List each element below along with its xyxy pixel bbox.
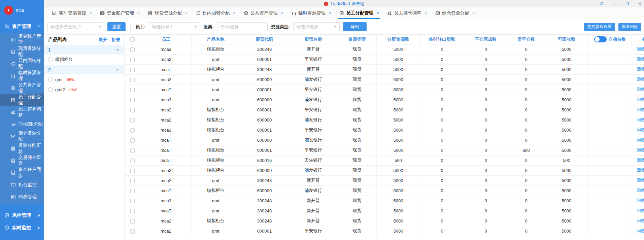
- batch-recycle-button[interactable]: 批量回收: [618, 23, 641, 31]
- tab-close-icon[interactable]: ×: [281, 10, 283, 16]
- row-checkbox[interactable]: [130, 179, 135, 183]
- row-checkbox[interactable]: [130, 229, 135, 234]
- tab-close-icon[interactable]: ×: [89, 10, 92, 16]
- auto-convert-toggle[interactable]: [594, 36, 607, 42]
- sidebar-section-risk-control-mgmt[interactable]: 风控管理: [0, 209, 44, 221]
- recycle-link[interactable]: 回收: [637, 137, 644, 142]
- tab-public-asset-mgmt[interactable]: 公共资产管理 ×: [240, 7, 287, 19]
- tab-warehouse-resource-alloc[interactable]: 倒仓资源分配 ×: [432, 7, 478, 19]
- sidebar-item-fund-account-sync[interactable]: 资金账户同步: [0, 167, 44, 179]
- recycle-link[interactable]: 回收: [637, 97, 644, 102]
- row-checkbox[interactable]: [130, 118, 135, 123]
- recycle-link[interactable]: 回收: [637, 87, 644, 92]
- recycle-link[interactable]: 回收: [637, 127, 644, 132]
- trade-params-button[interactable]: 交易参数设置: [584, 23, 615, 31]
- tab-realtime-trade-monitor[interactable]: 实时交易监控 ×: [49, 7, 95, 19]
- sidebar-item-trade-commission-settings[interactable]: 交易佣金设置: [0, 155, 44, 167]
- recycle-link[interactable]: 回收: [637, 147, 644, 152]
- fund-account-select[interactable]: 请选择资金账户: [47, 22, 104, 31]
- tab-close-icon[interactable]: ×: [472, 10, 475, 16]
- product-group-header[interactable]: 2: [44, 65, 124, 74]
- tab-close-icon[interactable]: ×: [137, 10, 140, 16]
- sidebar-item-employee-alloc-mgmt[interactable]: 员工分配管理: [0, 94, 44, 106]
- sidebar-item-intraday-rotation-alloc[interactable]: 日内回转分配: [0, 58, 44, 70]
- minimize-icon[interactable]: —: [612, 1, 617, 6]
- product-radio-item[interactable]: 模拟柜台: [44, 55, 124, 65]
- select-all-checkbox[interactable]: [130, 37, 135, 42]
- recycle-link[interactable]: 回收: [637, 228, 644, 233]
- recycle-link[interactable]: 回收: [637, 67, 644, 72]
- row-checkbox[interactable]: [130, 88, 135, 92]
- employee-select[interactable]: 请选择员工: [149, 22, 200, 31]
- row-checkbox[interactable]: [130, 169, 135, 173]
- sidebar-item-resource-alloc-summary[interactable]: 资源分配汇总: [0, 142, 44, 155]
- tab-spot-resource-alloc[interactable]: 现货资源分配 ×: [144, 7, 191, 19]
- sidebar-item-fund-account-mgmt[interactable]: 资金账户管理: [0, 33, 44, 45]
- row-checkbox[interactable]: [130, 98, 135, 102]
- tab-close-icon[interactable]: ×: [185, 10, 188, 16]
- tab-close-icon[interactable]: ×: [424, 10, 427, 16]
- sidebar-section-realtime-monitor[interactable]: 实时监控: [0, 221, 44, 234]
- collapse-all-link[interactable]: 折叠: [111, 37, 120, 43]
- close-icon[interactable]: ×: [638, 1, 641, 7]
- row-checkbox[interactable]: [130, 108, 135, 112]
- recycle-link[interactable]: 回收: [637, 117, 644, 122]
- sidebar-item-employee-position-adjust[interactable]: 员工持仓调整: [0, 106, 44, 118]
- row-checkbox[interactable]: [130, 159, 135, 163]
- row-checkbox[interactable]: [130, 128, 135, 133]
- sidebar-item-tn-permission-alloc[interactable]: TN权限分配: [0, 118, 44, 130]
- row-checkbox[interactable]: [130, 68, 135, 72]
- recycle-link[interactable]: 回收: [637, 198, 644, 203]
- tab-employee-alloc-mgmt[interactable]: 员工分配管理 ×: [336, 7, 382, 19]
- stock-input[interactable]: 代码/名称: [217, 22, 268, 31]
- row-checkbox[interactable]: [130, 199, 135, 203]
- recycle-link[interactable]: 回收: [637, 188, 644, 193]
- row-checkbox[interactable]: [130, 209, 135, 213]
- row-checkbox[interactable]: [130, 189, 135, 193]
- tab-close-icon[interactable]: ×: [329, 10, 331, 16]
- content-area: 产品列表 展开 折叠 1 模拟柜台 2 qmt new: [44, 35, 644, 240]
- table-cell: 5000: [376, 145, 420, 155]
- sidebar-item-warehouse-resource-alloc[interactable]: 倒仓资源分配: [0, 130, 44, 142]
- recycle-link[interactable]: 回收: [637, 158, 644, 163]
- tab-intraday-rotation-alloc[interactable]: 日内回转分配 ×: [193, 7, 239, 19]
- recycle-link[interactable]: 回收: [637, 107, 644, 112]
- sidebar-section-asset-mgmt[interactable]: 资产管理: [0, 20, 44, 33]
- expand-all-link[interactable]: 展开: [99, 37, 107, 43]
- radio-icon[interactable]: [48, 57, 53, 62]
- recycle-link[interactable]: 回收: [637, 218, 644, 223]
- tab-close-icon[interactable]: ×: [376, 10, 379, 16]
- tab-temp-resource-mgmt[interactable]: 临时资源管理 ×: [288, 7, 335, 19]
- recycle-link[interactable]: 回收: [637, 57, 644, 62]
- sidebar-item-temp-resource-mgmt[interactable]: 临时资源管理: [0, 70, 44, 82]
- row-checkbox[interactable]: [130, 138, 135, 143]
- row-checkbox[interactable]: [130, 219, 135, 224]
- radio-icon[interactable]: [48, 87, 53, 92]
- tab-employee-position-adjust[interactable]: 员工持仓调整 ×: [384, 7, 430, 19]
- product-group-header[interactable]: 1: [44, 45, 124, 55]
- recycle-link[interactable]: 回收: [637, 46, 644, 52]
- tab-close-icon[interactable]: ×: [233, 10, 236, 16]
- refresh-icon[interactable]: [600, 2, 604, 6]
- product-radio-item[interactable]: qmt2 new: [44, 84, 124, 95]
- radio-icon[interactable]: [48, 77, 53, 82]
- recycle-link[interactable]: 回收: [637, 178, 644, 183]
- recycle-link[interactable]: 回收: [637, 77, 644, 82]
- product-radio-item[interactable]: qmt new: [44, 74, 124, 84]
- export-button[interactable]: 导出: [343, 22, 367, 31]
- sidebar-item-spot-resource-alloc[interactable]: 现货资源分配: [0, 45, 44, 58]
- recycle-link[interactable]: 回收: [637, 168, 644, 173]
- sidebar-item-bond-mgmt[interactable]: 约券管理: [0, 191, 44, 203]
- tab-label: 实时交易监控: [59, 10, 86, 16]
- reset-button[interactable]: 重置: [107, 22, 126, 31]
- tab-fund-account-mgmt[interactable]: 资金账户管理 ×: [97, 7, 143, 19]
- sidebar-item-public-asset-mgmt[interactable]: 公共资产管理: [0, 82, 44, 94]
- restore-icon[interactable]: [625, 2, 630, 6]
- row-checkbox[interactable]: [130, 58, 135, 62]
- row-checkbox[interactable]: [130, 148, 135, 153]
- sidebar-item-counter-monitor[interactable]: 柜台监控: [0, 179, 44, 191]
- resource-type-select[interactable]: 请选择资源: [293, 22, 340, 31]
- row-checkbox[interactable]: [130, 78, 135, 82]
- recycle-link[interactable]: 回收: [637, 208, 644, 213]
- row-checkbox[interactable]: [130, 47, 135, 52]
